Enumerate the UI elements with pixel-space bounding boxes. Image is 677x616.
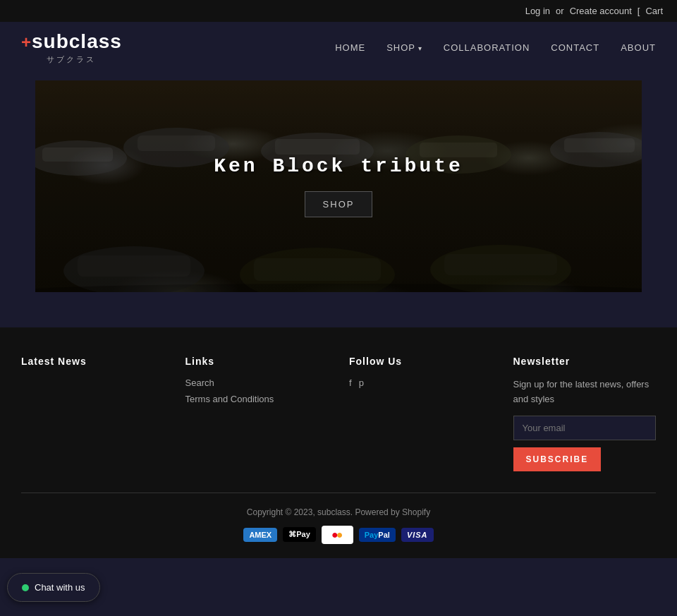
nav-about[interactable]: ABOUT — [621, 42, 656, 53]
nav-collaboration[interactable]: COLLABORATION — [444, 42, 530, 53]
svg-rect-13 — [254, 258, 381, 281]
hero-section: Ken Block tribute SHOP — [35, 80, 642, 292]
main-nav: HOME SHOP COLLABORATION CONTACT ABOUT — [335, 42, 656, 53]
cart-bracket: [ — [638, 6, 640, 16]
copyright-text: Copyright © 2023, subclass. Powered by S… — [21, 507, 656, 517]
site-header: +subclass サブクラス HOME SHOP COLLABORATION … — [0, 22, 677, 73]
logo-japanese: サブクラス — [47, 54, 96, 65]
payment-icons: AMEX ⌘Pay ●● PayPal VISA — [21, 526, 656, 544]
mastercard-icon: ●● — [322, 526, 353, 544]
newsletter-description: Sign up for the latest news, offers and … — [513, 378, 657, 407]
footer-bottom: Copyright © 2023, subclass. Powered by S… — [21, 493, 656, 544]
logo[interactable]: +subclass サブクラス — [21, 30, 122, 65]
footer-links: Links Search Terms and Conditions — [185, 356, 329, 471]
svg-rect-11 — [78, 255, 190, 277]
links-heading: Links — [185, 356, 329, 367]
facebook-icon[interactable]: f — [349, 378, 352, 388]
svg-rect-3 — [138, 135, 215, 151]
footer-newsletter: Newsletter Sign up for the latest news, … — [513, 356, 657, 471]
nav-home[interactable]: HOME — [335, 42, 365, 53]
applepay-icon: ⌘Pay — [283, 527, 316, 542]
hero-content: Ken Block tribute SHOP — [214, 155, 463, 217]
nav-contact[interactable]: CONTACT — [551, 42, 599, 53]
svg-rect-15 — [444, 254, 557, 275]
footer-grid: Latest News Links Search Terms and Condi… — [21, 356, 656, 471]
newsletter-heading: Newsletter — [513, 356, 657, 367]
create-account-link[interactable]: Create account — [570, 6, 632, 16]
latest-news-heading: Latest News — [21, 356, 164, 367]
cart-link[interactable]: Cart — [645, 6, 663, 16]
subscribe-button[interactable]: SUBSCRIBE — [513, 447, 602, 471]
hero-shop-button[interactable]: SHOP — [305, 191, 373, 217]
social-icons: f p — [349, 378, 492, 394]
or-separator: or — [556, 6, 564, 16]
email-input[interactable] — [513, 416, 657, 440]
footer-latest-news: Latest News — [21, 356, 164, 471]
paypal-icon: PayPal — [359, 528, 396, 542]
footer-search-link[interactable]: Search — [185, 378, 329, 388]
logo-plus: + — [21, 32, 32, 52]
logo-brand: +subclass — [21, 30, 122, 53]
nav-shop[interactable]: SHOP — [386, 42, 422, 53]
pinterest-icon[interactable]: p — [359, 378, 364, 388]
login-link[interactable]: Log in — [525, 6, 550, 16]
amex-icon: AMEX — [243, 528, 277, 542]
separator — [0, 299, 677, 327]
top-bar: Log in or Create account [ Cart — [0, 0, 677, 22]
follow-us-heading: Follow Us — [349, 356, 492, 367]
footer-follow-us: Follow Us f p — [349, 356, 492, 471]
site-footer: Latest News Links Search Terms and Condi… — [0, 327, 677, 558]
svg-rect-5 — [275, 139, 360, 155]
svg-rect-1 — [42, 147, 113, 162]
hero-title: Ken Block tribute — [214, 155, 463, 177]
visa-icon: VISA — [401, 528, 434, 542]
svg-rect-9 — [564, 138, 635, 152]
footer-terms-link[interactable]: Terms and Conditions — [185, 394, 329, 404]
